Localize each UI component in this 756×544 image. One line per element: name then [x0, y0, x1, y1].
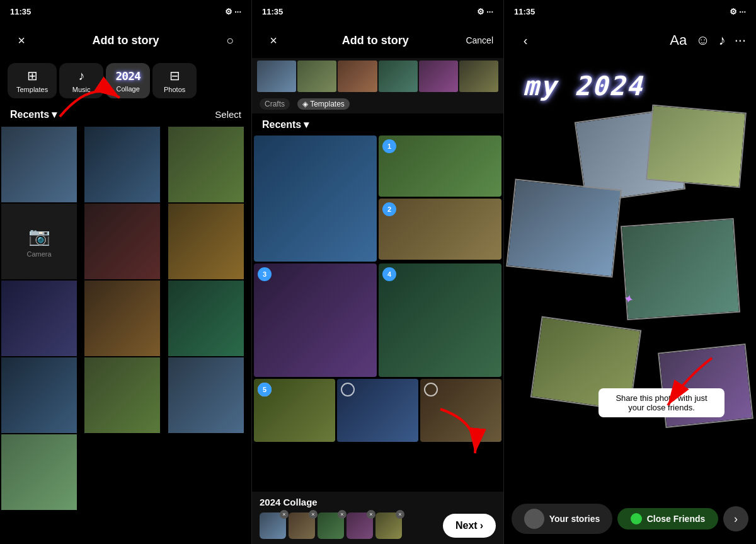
- thumb[interactable]: ×: [346, 512, 373, 539]
- panel-photo-select: 11:35 ⚙ ··· × Add to story Cancel Crafts…: [252, 0, 504, 544]
- mini-preview-cell: [297, 61, 336, 92]
- p3-bottom-bar: Your stories Close Friends ›: [504, 494, 756, 544]
- chevron-right-icon: ›: [480, 520, 483, 531]
- camera-icon: 📷: [28, 226, 50, 246]
- chevron-down-icon-p2: ▾: [304, 119, 309, 130]
- p3-header: ‹ Aa ☺ ♪ ···: [504, 23, 756, 58]
- photo-cell[interactable]: [168, 204, 244, 279]
- tab-music[interactable]: ♪ Music: [59, 63, 103, 98]
- collage-photo-3: [506, 178, 622, 277]
- your-stories-label: Your stories: [549, 514, 600, 524]
- status-bar-p3: 11:35 ⚙ ···: [504, 0, 756, 23]
- thumb-delete-icon[interactable]: ×: [367, 510, 375, 519]
- chevron-down-icon: ▾: [52, 108, 57, 120]
- selection-badge-1: 1: [382, 139, 396, 153]
- tab-crafts[interactable]: Crafts: [260, 98, 290, 110]
- photo-cell[interactable]: [1, 357, 77, 433]
- selection-circle: [424, 383, 438, 396]
- thumb[interactable]: ×: [289, 512, 315, 539]
- thumb[interactable]: ×: [375, 512, 402, 539]
- thumb[interactable]: ×: [260, 512, 286, 539]
- p2-bottom-row: × × × × × Next ›: [260, 512, 496, 539]
- settings-icon[interactable]: ○: [219, 33, 241, 48]
- your-stories-button[interactable]: Your stories: [512, 504, 612, 534]
- photo-cell[interactable]: [1, 127, 77, 202]
- mini-preview-cell: [459, 61, 498, 92]
- status-time-p2: 11:35: [262, 7, 283, 16]
- selection-badge-2: 2: [382, 202, 396, 216]
- recents-bar-p2: Recents ▾: [252, 113, 503, 136]
- thumb-delete-icon[interactable]: ×: [396, 510, 404, 519]
- thumb-delete-icon[interactable]: ×: [280, 510, 289, 519]
- selection-badge-4: 4: [382, 267, 396, 281]
- selection-badge-3: 3: [258, 267, 272, 281]
- mini-preview-cell: [379, 61, 418, 92]
- photo-cell[interactable]: [84, 204, 160, 279]
- tab-photos[interactable]: ⊟ Photos: [152, 63, 197, 98]
- close-friends-icon: [631, 513, 642, 524]
- photo-cell-p2[interactable]: 4: [379, 263, 501, 377]
- photo-cell[interactable]: [84, 357, 160, 433]
- status-bar-p2: 11:35 ⚙ ···: [252, 0, 503, 23]
- photo-cell-p2[interactable]: 2: [379, 199, 501, 260]
- mini-preview-cell: [257, 61, 296, 92]
- photo-cell[interactable]: [84, 281, 160, 356]
- mini-preview-cell: [338, 61, 377, 92]
- photo-cell[interactable]: [168, 281, 244, 356]
- close-friends-button[interactable]: Close Friends: [617, 508, 718, 530]
- tab-templates-p2[interactable]: ◈ Templates: [297, 98, 350, 110]
- select-button[interactable]: Select: [215, 109, 241, 120]
- panel-add-to-story: 11:35 ⚙ ··· × Add to story ○ ⊞ Templates…: [0, 0, 252, 544]
- p2-photo-grid: 1 2 3 4 5: [252, 136, 503, 442]
- photo-cell[interactable]: [168, 357, 244, 433]
- collage-year-icon: 2024: [115, 69, 140, 83]
- photo-cell[interactable]: [168, 127, 244, 202]
- share-tooltip: Share this photo with just your close fr…: [598, 388, 724, 417]
- photo-cell-tall[interactable]: [254, 136, 377, 262]
- story-canvas: my 2024 ✦ Share this photo with just you…: [504, 58, 756, 474]
- more-icon[interactable]: ···: [735, 32, 746, 49]
- photo-cell-p2[interactable]: 3: [254, 263, 377, 377]
- photo-cell[interactable]: [84, 127, 160, 202]
- status-time: 11:35: [10, 7, 31, 16]
- p2-tabs: Crafts ◈ Templates: [252, 95, 503, 113]
- thumb-delete-icon[interactable]: ×: [338, 510, 346, 519]
- p3-next-button[interactable]: ›: [723, 506, 748, 531]
- selection-circle: [341, 383, 355, 396]
- cancel-button[interactable]: Cancel: [466, 35, 493, 45]
- tab-templates[interactable]: ⊞ Templates: [8, 63, 57, 98]
- tab-music-label: Music: [72, 86, 91, 93]
- recents-label-p2[interactable]: Recents ▾: [262, 119, 309, 130]
- story-title[interactable]: my 2024: [523, 71, 643, 101]
- status-bar: 11:35 ⚙ ···: [0, 0, 251, 23]
- status-time-p3: 11:35: [514, 7, 535, 16]
- close-icon[interactable]: ×: [10, 33, 33, 48]
- music-tool-icon[interactable]: ♪: [719, 32, 726, 49]
- templates-icon: ⊞: [27, 68, 38, 83]
- mini-preview-cell: [419, 61, 458, 92]
- photo-cell-p2[interactable]: [337, 379, 418, 442]
- camera-cell[interactable]: 📷 Camera: [1, 204, 77, 279]
- photo-cell-map[interactable]: [1, 434, 77, 510]
- emoji-icon[interactable]: ☺: [696, 32, 709, 49]
- panel2-header: × Add to story Cancel: [252, 23, 503, 58]
- status-icons-p2: ⚙ ···: [477, 7, 493, 16]
- text-tool-icon[interactable]: Aa: [670, 32, 687, 49]
- photo-cell[interactable]: [1, 281, 77, 356]
- panel-story-preview: 11:35 ⚙ ··· ‹ Aa ☺ ♪ ··· my 2024: [504, 0, 756, 544]
- p3-toolbar: Aa ☺ ♪ ···: [670, 32, 746, 49]
- close-friends-label: Close Friends: [647, 514, 706, 524]
- photo-cell-p2[interactable]: 1: [379, 136, 501, 197]
- panel1-header: × Add to story ○: [0, 23, 251, 58]
- back-icon[interactable]: ‹: [514, 33, 537, 48]
- tab-collage[interactable]: 2024 Collage: [106, 63, 150, 98]
- next-button[interactable]: Next ›: [443, 514, 496, 538]
- thumb-delete-icon[interactable]: ×: [309, 510, 318, 519]
- recents-bar: Recents ▾ Select: [0, 103, 251, 125]
- photo-cell-p2[interactable]: [420, 379, 501, 442]
- close-icon-p2[interactable]: ×: [262, 33, 285, 48]
- thumb[interactable]: ×: [318, 512, 344, 539]
- photo-cell-p2[interactable]: 5: [254, 379, 335, 442]
- panel1-title: Add to story: [33, 34, 219, 47]
- recents-label[interactable]: Recents ▾: [10, 108, 57, 120]
